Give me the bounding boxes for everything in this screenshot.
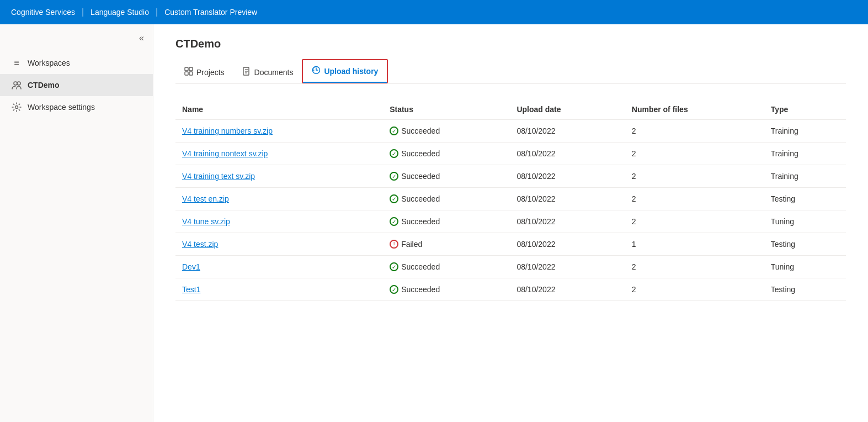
success-icon: ✓ xyxy=(390,194,398,203)
cell-type: Training xyxy=(764,143,846,165)
topbar-sep-2: | xyxy=(156,7,158,17)
cell-upload-date: 08/10/2022 xyxy=(510,256,625,278)
cell-status: ✓Succeeded xyxy=(383,165,510,188)
sidebar: « ≡ Workspaces CTDemo xyxy=(0,24,153,422)
topbar-cognitive-services[interactable]: Cognitive Services xyxy=(11,8,75,17)
table-row: V4 test en.zip✓Succeeded08/10/20222Testi… xyxy=(175,188,846,210)
success-icon: ✓ xyxy=(390,172,398,181)
svg-rect-3 xyxy=(185,67,188,71)
topbar-custom-translator[interactable]: Custom Translator Preview xyxy=(164,8,257,17)
row-name-link[interactable]: V4 training nontext sv.zip xyxy=(182,149,268,158)
tab-upload-history-label: Upload history xyxy=(324,67,378,76)
status-text: Succeeded xyxy=(401,285,440,294)
cell-num-files: 2 xyxy=(625,256,764,278)
status-text: Succeeded xyxy=(401,172,440,181)
sidebar-item-ctdemo[interactable]: CTDemo xyxy=(0,74,153,96)
cell-num-files: 2 xyxy=(625,120,764,143)
tab-documents[interactable]: Documents xyxy=(233,61,302,84)
svg-rect-6 xyxy=(189,72,193,75)
success-icon: ✓ xyxy=(390,126,398,135)
cell-name: Dev1 xyxy=(175,256,383,278)
cell-status: ✓Succeeded xyxy=(383,278,510,301)
cell-upload-date: 08/10/2022 xyxy=(510,143,625,165)
success-icon: ✓ xyxy=(390,285,398,294)
col-upload-date: Upload date xyxy=(510,99,625,120)
row-name-link[interactable]: Dev1 xyxy=(182,262,200,271)
cell-upload-date: 08/10/2022 xyxy=(510,120,625,143)
status-text: Succeeded xyxy=(401,149,440,158)
cell-status: ✓Succeeded xyxy=(383,143,510,165)
table-row: V4 training numbers sv.zip✓Succeeded08/1… xyxy=(175,120,846,143)
sidebar-item-workspaces-label: Workspaces xyxy=(28,59,70,67)
page-title: CTDemo xyxy=(175,38,846,50)
row-name-link[interactable]: V4 test.zip xyxy=(182,240,218,249)
cell-type: Training xyxy=(764,165,846,188)
table-row: V4 test.zip!Failed08/10/20221Testing xyxy=(175,233,846,256)
tab-projects[interactable]: Projects xyxy=(175,61,233,84)
topbar-language-studio[interactable]: Language Studio xyxy=(90,8,149,17)
documents-tab-icon xyxy=(242,67,251,77)
status-text: Failed xyxy=(401,240,422,249)
cell-name: V4 training numbers sv.zip xyxy=(175,120,383,143)
svg-point-1 xyxy=(17,82,20,85)
cell-upload-date: 08/10/2022 xyxy=(510,278,625,301)
workspace-settings-icon xyxy=(11,102,22,113)
cell-num-files: 2 xyxy=(625,278,764,301)
cell-num-files: 1 xyxy=(625,233,764,256)
cell-upload-date: 08/10/2022 xyxy=(510,210,625,233)
projects-tab-icon xyxy=(184,67,193,77)
sidebar-collapse-area: « xyxy=(0,29,153,52)
sidebar-item-ctdemo-label: CTDemo xyxy=(28,81,60,89)
ctdemo-icon xyxy=(11,80,22,91)
sidebar-item-workspaces[interactable]: ≡ Workspaces xyxy=(0,52,153,74)
table-header-row: Name Status Upload date Number of files … xyxy=(175,99,846,120)
row-name-link[interactable]: Test1 xyxy=(182,285,200,294)
cell-num-files: 2 xyxy=(625,188,764,210)
cell-type: Testing xyxy=(764,278,846,301)
success-icon: ✓ xyxy=(390,217,398,226)
tab-documents-label: Documents xyxy=(254,68,294,77)
svg-rect-4 xyxy=(189,67,193,71)
cell-type: Testing xyxy=(764,233,846,256)
sidebar-collapse-button[interactable]: « xyxy=(139,33,144,43)
cell-upload-date: 08/10/2022 xyxy=(510,233,625,256)
svg-point-0 xyxy=(14,82,17,85)
cell-name: V4 training text sv.zip xyxy=(175,165,383,188)
workspaces-icon: ≡ xyxy=(11,57,22,68)
upload-history-tab-highlight: Upload history xyxy=(302,59,388,83)
main-layout: « ≡ Workspaces CTDemo xyxy=(0,24,868,422)
table-row: Dev1✓Succeeded08/10/20222Tuning xyxy=(175,256,846,278)
tabs-container: Projects Documents xyxy=(175,59,846,84)
row-name-link[interactable]: V4 tune sv.zip xyxy=(182,217,230,226)
top-bar: Cognitive Services | Language Studio | C… xyxy=(0,0,868,24)
status-text: Succeeded xyxy=(401,126,440,135)
row-name-link[interactable]: V4 training text sv.zip xyxy=(182,172,255,181)
cell-num-files: 2 xyxy=(625,210,764,233)
cell-status: ✓Succeeded xyxy=(383,188,510,210)
sidebar-item-workspace-settings-label: Workspace settings xyxy=(28,103,95,112)
row-name-link[interactable]: V4 test en.zip xyxy=(182,194,229,203)
svg-point-2 xyxy=(15,106,18,109)
cell-type: Testing xyxy=(764,188,846,210)
success-icon: ✓ xyxy=(390,149,398,158)
status-text: Succeeded xyxy=(401,217,440,226)
col-type: Type xyxy=(764,99,846,120)
cell-num-files: 2 xyxy=(625,143,764,165)
col-name: Name xyxy=(175,99,383,120)
cell-type: Tuning xyxy=(764,256,846,278)
topbar-sep-1: | xyxy=(82,7,84,17)
cell-status: ✓Succeeded xyxy=(383,120,510,143)
table-row: V4 training nontext sv.zip✓Succeeded08/1… xyxy=(175,143,846,165)
svg-rect-5 xyxy=(185,72,188,75)
col-num-files: Number of files xyxy=(625,99,764,120)
cell-status: !Failed xyxy=(383,233,510,256)
upload-history-tab-icon xyxy=(312,66,321,76)
table-row: Test1✓Succeeded08/10/20222Testing xyxy=(175,278,846,301)
status-text: Succeeded xyxy=(401,262,440,271)
cell-status: ✓Succeeded xyxy=(383,210,510,233)
cell-name: V4 test en.zip xyxy=(175,188,383,210)
sidebar-item-workspace-settings[interactable]: Workspace settings xyxy=(0,96,153,118)
cell-num-files: 2 xyxy=(625,165,764,188)
row-name-link[interactable]: V4 training numbers sv.zip xyxy=(182,126,273,135)
tab-upload-history[interactable]: Upload history xyxy=(303,60,387,83)
